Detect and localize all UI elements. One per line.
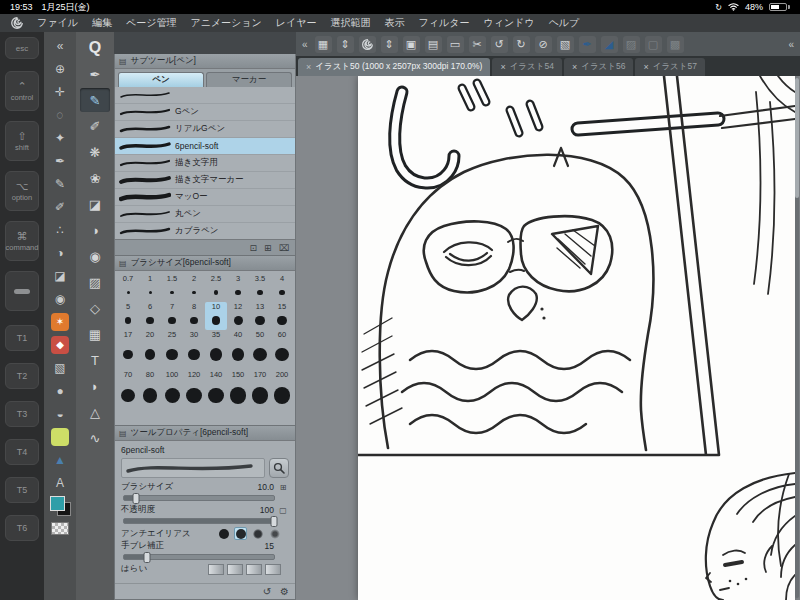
fill-group-icon[interactable]: ◉ xyxy=(80,244,110,268)
clear-icon[interactable]: ⊘ xyxy=(535,36,552,53)
brush-size-13[interactable]: 13 xyxy=(249,302,271,330)
brush-size-80[interactable]: 80 xyxy=(139,370,161,412)
magnifier-button[interactable] xyxy=(269,458,289,478)
main-color-swatch[interactable] xyxy=(48,494,72,517)
material-off-icon[interactable]: ▢ xyxy=(645,36,662,53)
harai-option-0[interactable] xyxy=(208,564,224,575)
panel-menu-icon[interactable]: ▤ xyxy=(119,259,127,268)
panel-menu-icon[interactable]: ▤ xyxy=(119,429,127,438)
q-zoom-icon[interactable]: Q xyxy=(80,36,110,60)
tool-property-panel-title-bar[interactable]: ▤ ツールプロパティ[6pencil-soft] xyxy=(115,426,295,441)
brush-tool[interactable]: ✐ xyxy=(48,195,72,218)
brush-size-150[interactable]: 150 xyxy=(227,370,249,412)
brush-size-120[interactable]: 120 xyxy=(183,370,205,412)
brush-size-170[interactable]: 170 xyxy=(249,370,271,412)
page-manager-icon[interactable]: ▤ xyxy=(425,36,442,53)
brush-size-7[interactable]: 7 xyxy=(161,302,183,330)
prop-slider-3[interactable] xyxy=(123,554,275,560)
text-group-icon[interactable]: T xyxy=(80,348,110,372)
close-tab-icon[interactable]: × xyxy=(500,62,505,72)
dock-icon[interactable]: ▦ xyxy=(315,36,332,53)
snap-off-icon[interactable]: ▩ xyxy=(667,36,684,53)
brush-size-6[interactable]: 6 xyxy=(139,302,161,330)
canvas-size-icon[interactable]: ▭ xyxy=(447,36,464,53)
droplet-icon[interactable]: ◒ xyxy=(48,402,72,425)
subtool-item-4[interactable]: 描き文字用 xyxy=(115,155,295,172)
close-tab-icon[interactable]: × xyxy=(572,62,577,72)
brush-size-0-7[interactable]: 0.7 xyxy=(117,274,139,302)
scrollbar-thumb[interactable] xyxy=(795,78,799,198)
brush-size-140[interactable]: 140 xyxy=(205,370,227,412)
menu-item-8[interactable]: ウィンドウ xyxy=(476,16,541,30)
key-t4[interactable]: T4 xyxy=(5,439,39,465)
brush-size-25[interactable]: 25 xyxy=(161,330,183,370)
clip-studio-logo-icon[interactable] xyxy=(10,16,24,30)
key-t2[interactable]: T2 xyxy=(5,363,39,389)
brush-size-1[interactable]: 1 xyxy=(139,274,161,302)
menu-item-9[interactable]: ヘルプ xyxy=(542,16,587,30)
aa-option-2[interactable] xyxy=(251,527,264,540)
prop-unit-icon[interactable]: ▢ xyxy=(277,506,289,515)
undo-icon[interactable]: ↺ xyxy=(491,36,508,53)
brush-size-5[interactable]: 5 xyxy=(117,302,139,330)
subtool-panel-title-bar[interactable]: ▤ サブツール[ペン] xyxy=(115,54,295,69)
key-t3[interactable]: T3 xyxy=(5,401,39,427)
subtool-tab-1[interactable]: マーカー xyxy=(206,72,292,87)
subtool-item-3[interactable]: 6pencil-soft xyxy=(115,138,295,155)
brush-size-70[interactable]: 70 xyxy=(117,370,139,412)
canvas-page[interactable] xyxy=(358,76,795,600)
menu-item-5[interactable]: 選択範囲 xyxy=(324,16,378,30)
prop-unit-icon[interactable]: ⊞ xyxy=(277,483,289,492)
blend-group-icon[interactable]: ◑ xyxy=(80,218,110,242)
transparent-swatch[interactable] xyxy=(48,517,72,540)
brush-size-4[interactable]: 4 xyxy=(271,274,293,302)
canvas-viewport[interactable] xyxy=(296,76,800,600)
key-esc[interactable]: esc xyxy=(5,37,39,59)
decoration-group-icon[interactable]: ❀ xyxy=(80,166,110,190)
move-tool[interactable]: ✛ xyxy=(48,80,72,103)
key-command[interactable]: ⌘command xyxy=(5,221,39,261)
collapse-right-icon[interactable]: « xyxy=(786,39,796,50)
brush-size-35[interactable]: 35 xyxy=(205,330,227,370)
subtool-item-6[interactable]: マッOー xyxy=(115,189,295,206)
pen-tool[interactable]: ✒ xyxy=(48,149,72,172)
brush-size-20[interactable]: 20 xyxy=(139,330,161,370)
menu-item-0[interactable]: ファイル xyxy=(30,16,85,30)
menu-item-3[interactable]: アニメーション xyxy=(183,16,268,30)
clip-studio-orange-icon[interactable]: ✶ xyxy=(48,310,72,333)
aa-option-0[interactable] xyxy=(217,527,230,540)
brush-size-15[interactable]: 15 xyxy=(271,302,293,330)
reset-all-icon[interactable]: ↺ xyxy=(263,586,271,597)
ruler-group-icon[interactable]: △ xyxy=(80,400,110,424)
add-subtool-icon[interactable]: ⊞ xyxy=(264,243,272,253)
auto-select-tool[interactable]: ✦ xyxy=(48,126,72,149)
pencil-tool[interactable]: ✎ xyxy=(48,172,72,195)
canvas-tab-2[interactable]: ×イラスト56 xyxy=(564,58,634,76)
subtool-tab-0[interactable]: ペン xyxy=(118,72,204,87)
brush-size-200[interactable]: 200 xyxy=(271,370,293,412)
harai-option-1[interactable] xyxy=(227,564,243,575)
brush-size-10[interactable]: 10 xyxy=(205,302,227,330)
brush-group-icon[interactable]: ✐ xyxy=(80,114,110,138)
menu-item-7[interactable]: フィルター xyxy=(412,16,477,30)
canvas-tab-3[interactable]: ×イラスト57 xyxy=(635,58,705,76)
fill-tool[interactable]: ◉ xyxy=(48,287,72,310)
canvas-tab-1[interactable]: ×イラスト54 xyxy=(492,58,562,76)
panel-menu-icon[interactable]: ▤ xyxy=(119,57,127,66)
vertical-scrollbar[interactable] xyxy=(795,78,799,598)
material-icon[interactable]: ▧ xyxy=(48,356,72,379)
prop-slider-0[interactable] xyxy=(123,495,275,501)
menu-item-1[interactable]: 編集 xyxy=(85,16,119,30)
redo-icon[interactable]: ↻ xyxy=(513,36,530,53)
prop-slider-1[interactable] xyxy=(123,518,275,524)
key-option[interactable]: ⌥option xyxy=(5,171,39,211)
menu-item-6[interactable]: 表示 xyxy=(378,16,412,30)
pen-ruler-icon[interactable]: ✒ xyxy=(579,36,596,53)
subtool-item-8[interactable]: カブラペン xyxy=(115,223,295,239)
eraser-tool[interactable]: ◪ xyxy=(48,264,72,287)
key-space[interactable] xyxy=(5,271,39,311)
stepper-icon[interactable]: ⇕ xyxy=(337,36,354,53)
perspective-icon[interactable]: ◢ xyxy=(601,36,618,53)
brush-size-3-5[interactable]: 3.5 xyxy=(249,274,271,302)
subtool-item-7[interactable]: 丸ペン xyxy=(115,206,295,223)
